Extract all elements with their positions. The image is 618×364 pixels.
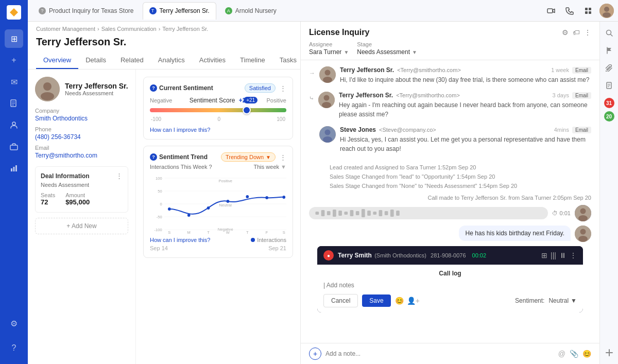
cancel-button[interactable]: Cancel [323,294,358,307]
side-chat-row: He has his kids birthday next Friday. [309,226,591,242]
call-log-area: Call log Cancel Save 😊 👤+ Sentiment: [317,265,583,313]
improve-link-2[interactable]: How can I improve this? [150,237,210,243]
messages-area: → Terry Jefferson Sr. <Terry@smithortho.… [301,60,599,343]
svg-text:T: T [207,230,210,235]
rs-attach-icon[interactable] [602,61,616,75]
sentiment-select[interactable]: Sentiment: Neutral ▼ [515,297,577,304]
stage-select[interactable]: Needs Assessment ▼ [357,48,417,56]
sub-tab-related[interactable]: Related [113,52,151,69]
contact-company[interactable]: Smith Orthodontics [35,115,128,122]
settings-icon[interactable]: ⚙ [562,28,569,37]
sub-tab-overview[interactable]: Overview [36,52,78,69]
sidebar-item-document[interactable] [5,94,23,113]
msg-name-2: Terry Jefferson Sr. [339,92,393,99]
svg-point-18 [43,82,52,91]
more-icon[interactable]: ⋮ [584,28,591,37]
phone-icon[interactable] [562,4,577,18]
msg-email-1: <Terry@smithortho.com> [397,67,461,73]
emoji-note-icon[interactable]: 😊 [582,350,591,358]
svg-text:Negative: Negative [218,227,233,232]
video-icon[interactable] [544,4,558,18]
user-avatar-top[interactable] [599,4,614,18]
tab-terry-jefferson[interactable]: T Terry Jefferson Sr. [143,2,216,20]
save-button[interactable]: Save [362,294,390,307]
emoji-icon[interactable]: 😊 [395,297,404,305]
assignee-select[interactable]: Sara Turner ▼ [309,48,349,56]
msg-badge-2: Email [572,92,591,99]
sentiment-trend-card: ? Sentiment Trend Trending Down ▼ ⋮ [143,146,293,258]
deal-seats: Seats 72 [41,192,55,206]
sidebar-help[interactable]: ? [5,339,23,357]
sidebar-item-home[interactable]: ⊞ [5,29,23,48]
add-user-icon[interactable]: 👤+ [407,297,420,305]
svg-point-52 [322,102,331,108]
svg-rect-69 [390,210,394,217]
svg-text:S: S [283,230,285,235]
sub-tab-analytics[interactable]: Analytics [151,52,192,69]
call-more-icon[interactable]: ⋮ [570,251,577,259]
sentiment-menu-icon[interactable]: ⋮ [280,84,286,92]
rs-add-icon[interactable] [602,345,616,360]
msg-avatar-2 [318,92,335,108]
sidebar-item-briefcase[interactable] [5,137,23,156]
add-new-button[interactable]: + Add New [35,218,128,234]
sidebar-item-person[interactable] [5,116,23,134]
rs-search-icon[interactable] [602,26,616,40]
sidebar-bottom: ⚙ ? [5,313,23,359]
deal-amount: Amount $95,000 [65,192,90,206]
svg-point-4 [12,122,15,125]
rs-flag-icon[interactable] [602,43,616,58]
sidebar-item-add[interactable]: + [5,51,23,70]
msg-content-3: Steve Jones <Steve@company.co> 4mins Ema… [340,126,591,153]
outgoing-arrow-1: → [309,70,315,77]
tab-arnold-nursery[interactable]: A Arnold Nursery [218,2,283,20]
caller-name: Terry Smith (Smith Orthodontics) [338,252,426,259]
sub-tab-details[interactable]: Details [78,52,113,69]
svg-point-55 [323,136,332,143]
svg-point-35 [207,206,210,210]
deal-menu-icon[interactable]: ⋮ [116,172,123,180]
sentiment-dot: +21 [243,106,251,114]
attach-icon[interactable]: 📎 [570,350,578,358]
sidebar-settings[interactable]: ⚙ [5,314,23,333]
tab-product-inquiry[interactable]: ? Product Inquiry for Texas Store [32,2,141,20]
rs-document-icon[interactable] [602,78,616,93]
note-input[interactable] [325,350,554,357]
inquiry-meta: Assignee Sara Turner ▼ Stage Needs Asses… [309,41,591,56]
trend-help-icon: ? [150,153,157,161]
svg-point-54 [325,130,331,135]
logo[interactable] [7,5,21,20]
svg-point-15 [604,7,609,12]
svg-rect-63 [356,211,359,215]
add-note-button[interactable]: + [309,348,321,360]
call-grid-icon[interactable]: ⊞ [541,251,547,259]
trend-card-title: ? Sentiment Trend [150,153,208,161]
sidebar-item-chart[interactable] [5,159,23,178]
sidebar-item-mail[interactable]: ✉ [5,73,23,91]
inquiry-title-row: License Inquiry ⚙ 🏷 ⋮ [309,28,591,37]
contact-status: Needs Assessment [65,90,128,96]
svg-point-73 [578,215,588,221]
sentiment-chart: 100 50 0 -50 -100 Positive Neutral Negat… [150,173,286,235]
contact-phone[interactable]: (480) 256-36734 [35,133,128,141]
svg-rect-61 [344,212,348,215]
call-active-dot: ● [323,250,334,261]
call-pause-icon[interactable]: ⏸ [559,251,566,259]
contact-email[interactable]: Terry@smithortho.com [35,152,128,159]
sentiment-score-tooltip: +21 [244,97,258,103]
improve-link[interactable]: How can I improve this? [150,127,286,133]
trend-menu-icon[interactable]: ⋮ [280,153,286,161]
svg-point-37 [246,195,249,198]
tag-icon[interactable]: 🏷 [573,28,580,37]
svg-text:-50: -50 [157,215,163,219]
grid-icon[interactable] [581,4,595,18]
at-icon[interactable]: @ [558,350,565,358]
svg-rect-8 [15,165,17,171]
svg-rect-56 [315,212,319,215]
call-note-input[interactable] [323,282,577,289]
sub-tab-activities[interactable]: Activities [192,52,233,69]
sub-tab-timeline[interactable]: Timeline [233,52,272,69]
call-controls: ⊞ ||| ⏸ ⋮ [541,251,577,259]
sub-tab-tasks[interactable]: Tasks [272,52,301,69]
call-bars-icon[interactable]: ||| [551,251,556,259]
